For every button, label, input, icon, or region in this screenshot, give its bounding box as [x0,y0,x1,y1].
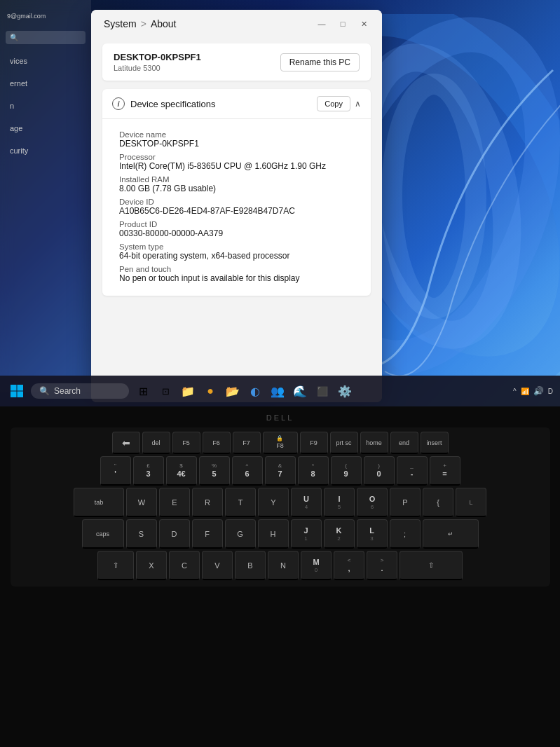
chrome-icon[interactable]: ● [200,381,220,401]
key-v[interactable]: V [202,551,233,580]
key-m[interactable]: M0 [301,551,332,580]
close-button[interactable]: ✕ [354,15,374,32]
key-end[interactable]: end [390,432,418,454]
key-c[interactable]: C [169,551,200,580]
svg-point-3 [392,84,476,308]
key-j[interactable]: J1 [291,519,322,549]
key-x[interactable]: X [136,551,167,580]
key-equals[interactable]: += [430,456,460,486]
pc-hostname: DESKTOP-0KPSPF1 [114,52,201,62]
start-button[interactable] [7,381,27,401]
xbox-icon[interactable]: ⬛ [313,381,332,401]
key-3[interactable]: £3 [133,456,164,486]
taskbar: 🔍 Search ⊞ ⊡ 📁 ● 📂 ◐ 👥 🌊 ⬛ ⚙️ ^ 📶 🔊 D [0,376,560,406]
minimize-button[interactable]: — [312,15,332,32]
key-g[interactable]: G [225,519,256,549]
edge-icon[interactable]: ◐ [245,381,265,401]
wifi-icon[interactable]: 📶 [521,388,529,395]
tray-caret-icon[interactable]: ^ [513,388,517,395]
taskview-icon[interactable]: ⊞ [133,381,153,401]
edge-icon2[interactable]: 🌊 [290,381,310,401]
window-content: DESKTOP-0KPSPF1 Latitude 5300 Rename thi… [91,36,382,402]
key-enter[interactable]: ↵ [423,519,479,549]
spec-label-device-name: Device name [119,130,361,139]
sidebar-email: 9@gmail.com [0,7,91,25]
title-system: System [104,18,137,29]
sidebar-item-ethernet[interactable]: ernet [0,72,91,95]
key-d[interactable]: D [159,519,190,549]
copy-specs-button[interactable]: Copy [317,96,350,111]
spec-row-system-type: System type 64-bit operating system, x64… [119,242,361,261]
folder-icon2[interactable]: 📂 [223,381,243,401]
key-comma[interactable]: <, [334,551,364,580]
key-del[interactable]: del [142,432,170,454]
title-separator: > [141,18,146,29]
key-tab[interactable]: tab [74,488,124,517]
key-w[interactable]: W [126,488,157,517]
key-p[interactable]: P [390,488,421,517]
key-0[interactable]: )0 [364,456,395,486]
key-caps[interactable]: caps [82,519,124,549]
key-shift-right[interactable]: ⇧ [399,551,463,580]
key-i[interactable]: I5 [324,488,355,517]
collapse-specs-icon[interactable]: ∧ [355,99,361,109]
key-f9[interactable]: F9 [300,432,328,454]
key-f[interactable]: F [192,519,223,549]
key-b[interactable]: B [235,551,266,580]
key-y[interactable]: Y [258,488,289,517]
spec-row-device-name: Device name DESKTOP-0KPSPF1 [119,130,361,149]
key-l[interactable]: L3 [357,519,388,549]
sidebar-search[interactable]: 🔍 [6,31,86,44]
files-icon[interactable]: 📁 [178,381,198,401]
key-o[interactable]: O6 [357,488,388,517]
settings-window: System > About — □ ✕ DESKTOP-0KPSPF1 Lat… [91,10,382,402]
key-k[interactable]: K2 [324,519,355,549]
taskbar-search-text: Search [54,386,81,396]
key-f5[interactable]: F5 [172,432,200,454]
key-f7[interactable]: F7 [233,432,261,454]
key-insert[interactable]: insert [421,432,449,454]
key-4[interactable]: $4€ [166,456,197,486]
key-shift-left[interactable]: ⇧ [97,551,134,580]
key-t[interactable]: T [225,488,256,517]
rename-pc-button[interactable]: Rename this PC [280,53,360,71]
key-home[interactable]: home [360,432,388,454]
key-prtsc[interactable]: prt sc [330,432,358,454]
sidebar-item-age[interactable]: age [0,117,91,139]
key-bracket-close[interactable]: L [456,488,486,517]
key-u[interactable]: U4 [291,488,322,517]
key-n[interactable]: N [268,551,299,580]
pc-info-card: DESKTOP-0KPSPF1 Latitude 5300 Rename thi… [102,43,371,81]
laptop-keyboard: ⬅ del F5 F6 F7 🔒F8 F9 prt sc home end in… [11,427,550,587]
maximize-button[interactable]: □ [333,15,353,32]
key-quote[interactable]: "' [100,456,131,486]
key-f6[interactable]: F6 [203,432,231,454]
key-9[interactable]: (9 [331,456,362,486]
key-5[interactable]: %5 [199,456,230,486]
sidebar-item-n[interactable]: n [0,95,91,117]
widgets-icon[interactable]: ⊡ [156,381,175,401]
specs-header-left: i Device specifications [112,97,215,110]
key-r[interactable]: R [192,488,223,517]
key-8[interactable]: *8 [298,456,329,486]
key-minus[interactable]: _- [397,456,428,486]
key-f8[interactable]: 🔒F8 [263,432,298,454]
key-e[interactable]: E [159,488,190,517]
key-period[interactable]: >. [367,551,397,580]
volume-icon[interactable]: 🔊 [533,386,544,396]
key-h[interactable]: H [258,519,289,549]
taskbar-search-box[interactable]: 🔍 Search [31,383,129,399]
taskbar-system-tray: ^ 📶 🔊 D [513,386,553,396]
key-6[interactable]: ^6 [232,456,263,486]
sidebar-item-devices[interactable]: vices [0,50,91,72]
sidebar-item-security[interactable]: curity [0,139,91,162]
teams-icon[interactable]: 👥 [268,381,287,401]
key-s[interactable]: S [126,519,157,549]
key-7[interactable]: &7 [265,456,296,486]
key-semicolon[interactable]: ; [390,519,421,549]
key-back[interactable]: ⬅ [112,432,140,454]
settings-icon[interactable]: ⚙️ [335,381,355,401]
key-bracket-open[interactable]: { [423,488,453,517]
svg-rect-6 [11,392,17,398]
keyboard-area: DELL ⬅ del F5 F6 F7 🔒F8 F9 prt sc home e… [0,406,560,747]
